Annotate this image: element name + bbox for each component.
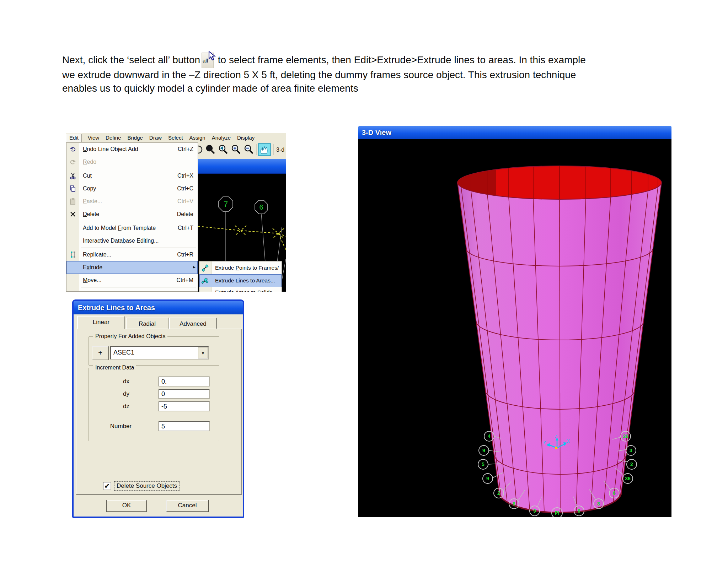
redo-icon <box>69 158 77 166</box>
3d-view-canvas[interactable]: Z Y X <box>358 139 671 517</box>
menu-define[interactable]: Define <box>102 134 124 142</box>
tab-advanced[interactable]: Advanced <box>169 318 217 329</box>
property-combobox[interactable]: ASEC1 ▼ <box>110 346 209 360</box>
ok-button[interactable]: OK <box>106 500 147 512</box>
svg-text:8: 8 <box>597 501 600 507</box>
svg-text:6: 6 <box>613 490 616 496</box>
menu-item-undo[interactable]: Undo Line Object Add Ctrl+Z <box>66 143 198 156</box>
menu-display[interactable]: Display <box>234 134 258 142</box>
paragraph-text-3: we extrude downward in the –Z direction … <box>62 69 576 80</box>
select-all-button-image: all <box>202 53 214 68</box>
cancel-button[interactable]: Cancel <box>166 500 209 512</box>
number-label: Number <box>100 423 142 430</box>
node-tag-7: 7 <box>219 197 233 211</box>
copy-icon <box>69 184 77 193</box>
svg-text:2: 2 <box>630 461 633 467</box>
dx-input[interactable] <box>159 377 210 387</box>
delete-source-checkbox[interactable]: ✔ <box>103 482 111 490</box>
paste-icon <box>69 197 77 206</box>
svg-text:5: 5 <box>482 461 485 467</box>
dy-input[interactable] <box>159 389 210 399</box>
menu-bridge[interactable]: Bridge <box>124 134 146 142</box>
sap-window-screenshot: Edit View Define Bridge Draw Select Assi… <box>66 133 286 292</box>
svg-text:4: 4 <box>488 433 491 439</box>
svg-text:9: 9 <box>486 476 489 481</box>
dy-label: dy <box>110 390 142 398</box>
submenu-item-extrude-lines[interactable]: Extrude Lines to Areas... <box>199 274 282 287</box>
replicate-icon <box>69 250 77 259</box>
menu-item-replicate[interactable]: Replicate... Ctrl+R <box>66 248 198 261</box>
undo-icon <box>69 145 77 153</box>
combobox-dropdown-icon[interactable]: ▼ <box>198 347 208 358</box>
menu-item-delete[interactable]: Delete Delete <box>66 208 198 221</box>
menu-item-cut[interactable]: Cut Ctrl+X <box>66 169 198 182</box>
3d-view-titlebar[interactable]: 3-D View <box>358 126 671 139</box>
svg-text:9: 9 <box>533 508 536 514</box>
node-6-label: 6 <box>259 203 263 211</box>
menu-separator <box>81 287 196 287</box>
extrude-lines-icon <box>201 277 209 286</box>
menu-analyze[interactable]: Analyze <box>209 134 234 142</box>
number-input[interactable] <box>159 421 210 431</box>
menu-item-paste[interactable]: Paste... Ctrl+V <box>66 195 198 208</box>
threed-view-label[interactable]: 3-d <box>276 147 284 153</box>
menu-view[interactable]: View <box>85 134 102 142</box>
menu-item-extrude[interactable]: Extrude ▸ <box>66 261 198 274</box>
dz-label: dz <box>110 403 142 410</box>
axis-z-label: Z <box>555 434 557 439</box>
3d-view-window: 3-D View <box>358 126 671 517</box>
zoom-in-icon[interactable] <box>232 145 240 153</box>
node-tag-6: 6 <box>255 200 268 214</box>
property-group: Property For Added Objects + ASEC1 ▼ <box>89 336 219 366</box>
svg-text:26: 26 <box>623 433 628 439</box>
cursor-arrow-icon <box>207 51 216 61</box>
menu-item-redo[interactable]: Redo <box>66 156 198 168</box>
menu-item-move[interactable]: Move... Ctrl+M <box>66 274 198 287</box>
menu-draw[interactable]: Draw <box>146 134 165 142</box>
cut-icon <box>69 172 77 180</box>
menu-assign[interactable]: Assign <box>186 134 209 142</box>
dx-label: dx <box>110 378 142 385</box>
delete-icon <box>69 210 77 218</box>
partial-toolbar-icon[interactable] <box>198 146 202 153</box>
increment-group: Increment Data dx dy dz Number <box>89 368 219 441</box>
zoom-out-icon[interactable] <box>245 145 253 153</box>
submenu-item-extrude-areas-clipped[interactable]: Extrude Areas to Solids... <box>199 287 282 292</box>
delete-source-label: Delete Source Objects <box>114 481 180 491</box>
dashed-local-axes <box>198 226 286 250</box>
intro-paragraph: Next, click the ‘select all’ buttonall t… <box>62 53 654 95</box>
dialog-titlebar[interactable]: Extrude Lines to Areas <box>74 301 243 314</box>
menu-edit[interactable]: Edit <box>66 134 82 142</box>
svg-text:8: 8 <box>513 501 515 507</box>
increment-group-label: Increment Data <box>93 364 136 371</box>
extrude-lines-dialog: Extrude Lines to Areas Linear Radial Adv… <box>72 299 244 518</box>
svg-text:36: 36 <box>625 476 631 481</box>
tab-linear[interactable]: Linear <box>77 316 125 329</box>
axis-x-label: X <box>567 439 570 444</box>
menu-item-copy[interactable]: Copy Ctrl+C <box>66 182 198 195</box>
property-combobox-value: ASEC1 <box>113 349 134 356</box>
dz-input[interactable] <box>159 401 210 411</box>
menu-select[interactable]: Select <box>165 134 186 142</box>
menu-item-add-to-model[interactable]: Add to Model From Template Ctrl+T <box>66 222 198 234</box>
extrude-points-icon <box>201 264 209 273</box>
menu-bar: Edit View Define Bridge Draw Select Assi… <box>66 133 286 142</box>
tab-radial[interactable]: Radial <box>126 318 168 329</box>
menu-separator <box>81 221 196 221</box>
zoom-previous-icon[interactable] <box>219 145 227 153</box>
pan-hand-button[interactable] <box>258 144 271 156</box>
delete-source-row: ✔ Delete Source Objects <box>103 481 180 491</box>
linear-tab-panel: Property For Added Objects + ASEC1 ▼ Inc… <box>76 329 242 495</box>
extrude-submenu: Extrude Points to Frames/ Extrude Lines … <box>199 261 282 292</box>
menu-separator <box>81 248 196 248</box>
inner-window-titlebar <box>198 159 286 174</box>
document-page: { "paragraph": { "line1_before": "Next, … <box>0 0 728 562</box>
submenu-arrow-icon: ▸ <box>193 264 196 270</box>
submenu-item-extrude-points[interactable]: Extrude Points to Frames/ <box>199 261 282 274</box>
menu-separator <box>81 169 196 169</box>
paragraph-text-4: enables us to quickly model a cylinder m… <box>62 83 358 94</box>
add-property-button[interactable]: + <box>92 346 109 360</box>
menu-item-interactive-db[interactable]: Interactive Database Editing... <box>66 234 198 247</box>
svg-text:2: 2 <box>497 490 500 496</box>
zoom-full-icon[interactable] <box>207 145 214 153</box>
